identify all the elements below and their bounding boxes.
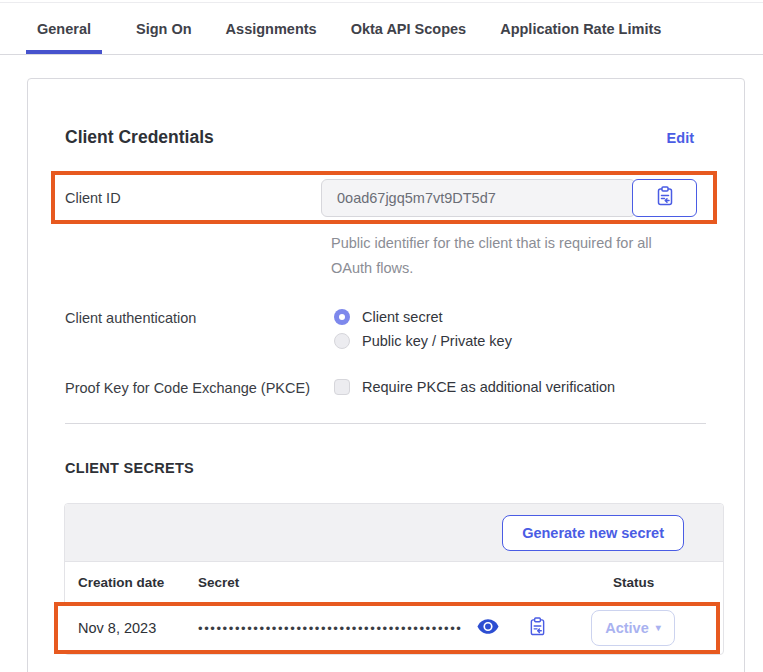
table-header-row: Creation date Secret Status: [65, 562, 723, 602]
generate-new-secret-button[interactable]: Generate new secret: [502, 515, 684, 551]
client-credentials-panel: Client Credentials Edit Client ID 0oad67…: [27, 78, 745, 672]
client-id-group: 0oad67jgq5m7vt9DT5d7: [321, 179, 697, 217]
pkce-checkbox-option[interactable]: Require PKCE as additional verification: [334, 379, 615, 395]
radio-unselected-icon[interactable]: [334, 333, 350, 349]
tab-general[interactable]: General: [26, 21, 102, 54]
eye-icon: [477, 619, 499, 638]
panel-header: Client Credentials Edit: [65, 127, 694, 148]
pkce-label: Proof Key for Code Exchange (PKCE): [65, 379, 334, 396]
reveal-secret-button[interactable]: [477, 619, 499, 638]
radio-public-private-key[interactable]: Public key / Private key: [334, 333, 512, 349]
tab-sign-on[interactable]: Sign On: [136, 21, 192, 54]
tab-application-rate-limits[interactable]: Application Rate Limits: [500, 21, 661, 54]
pkce-row: Proof Key for Code Exchange (PKCE) Requi…: [65, 379, 744, 396]
page-top-divider: [0, 2, 763, 3]
column-header-secret: Secret: [198, 575, 613, 590]
radio-selected-icon[interactable]: [334, 309, 350, 325]
client-authentication-label: Client authentication: [65, 309, 334, 349]
column-header-creation-date: Creation date: [78, 575, 198, 590]
radio-client-secret[interactable]: Client secret: [334, 309, 512, 325]
pkce-checkbox-label: Require PKCE as additional verification: [362, 379, 615, 395]
clipboard-copy-icon: [529, 617, 546, 640]
radio-client-secret-label: Client secret: [362, 309, 443, 325]
copy-secret-button[interactable]: [529, 617, 546, 640]
secret-status-dropdown[interactable]: Active ▾: [591, 610, 675, 646]
masked-secret-value: ••••••••••••••••••••••••••••••••••••••••…: [198, 621, 463, 636]
client-secrets-table: Generate new secret Creation date Secret…: [64, 503, 724, 655]
column-header-status: Status: [613, 575, 723, 590]
secret-creation-date: Nov 8, 2023: [78, 620, 198, 636]
status-label: Active: [605, 620, 649, 636]
client-authentication-row: Client authentication Client secret Publ…: [65, 309, 744, 349]
checkbox-unchecked-icon[interactable]: [334, 379, 350, 395]
radio-public-private-key-label: Public key / Private key: [362, 333, 512, 349]
clipboard-copy-icon: [656, 186, 674, 210]
highlight-box-client-id: Client ID 0oad67jgq5m7vt9DT5d7: [51, 171, 717, 224]
client-id-label: Client ID: [65, 190, 321, 206]
app-tab-bar: General Sign On Assignments Okta API Sco…: [0, 0, 763, 55]
section-divider: [65, 423, 706, 424]
tab-okta-api-scopes[interactable]: Okta API Scopes: [351, 21, 467, 54]
chevron-down-icon: ▾: [656, 623, 661, 633]
client-authentication-options: Client secret Public key / Private key: [334, 309, 512, 349]
highlight-box-secret-row: Nov 8, 2023 ••••••••••••••••••••••••••••…: [54, 602, 720, 654]
tab-assignments[interactable]: Assignments: [226, 21, 317, 54]
client-secrets-section-title: CLIENT SECRETS: [65, 460, 744, 476]
copy-client-id-button[interactable]: [632, 179, 697, 217]
client-id-helper-text: Public identifier for the client that is…: [331, 231, 683, 281]
table-toolbar: Generate new secret: [65, 504, 723, 562]
panel-title: Client Credentials: [65, 127, 214, 148]
edit-link[interactable]: Edit: [667, 130, 694, 146]
client-id-field[interactable]: 0oad67jgq5m7vt9DT5d7: [321, 179, 636, 217]
